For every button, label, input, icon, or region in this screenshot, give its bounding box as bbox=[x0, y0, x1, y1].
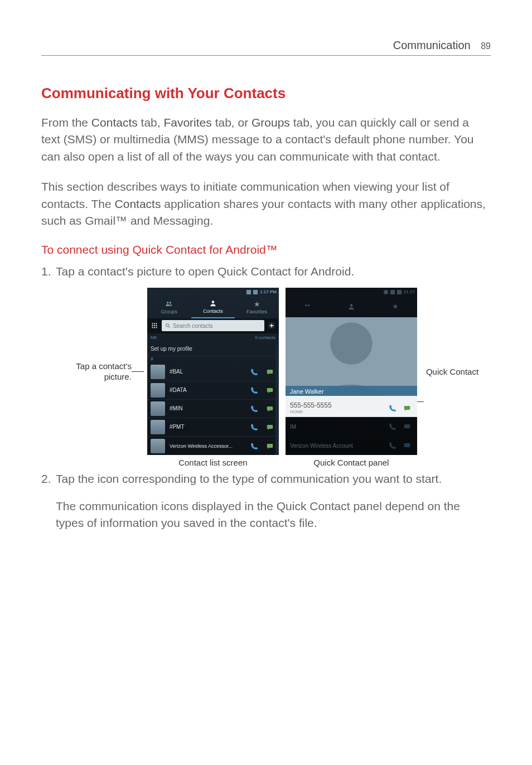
tab-favorites: ★ bbox=[373, 296, 417, 317]
quick-contact-avatar: Jane Walker bbox=[286, 317, 417, 396]
header-section-name: Communication bbox=[393, 39, 471, 51]
svg-rect-16 bbox=[267, 388, 273, 392]
contact-name: Verizon Wireless Accessor... bbox=[170, 443, 244, 449]
phone-icon[interactable] bbox=[249, 422, 260, 433]
sync-icon bbox=[384, 290, 388, 294]
message-icon[interactable] bbox=[264, 403, 275, 414]
svg-point-24 bbox=[330, 322, 373, 365]
signal-icon bbox=[390, 290, 395, 294]
tab-label: Contacts bbox=[203, 308, 223, 314]
phone-icon[interactable] bbox=[249, 403, 260, 414]
callout-right: Quick Contact bbox=[426, 367, 478, 376]
bold-contacts-2: Contacts bbox=[115, 197, 161, 210]
tab-groups bbox=[286, 296, 330, 317]
svg-point-5 bbox=[156, 323, 157, 325]
phone-icon[interactable] bbox=[387, 403, 398, 414]
step-2-note: The communication icons displayed in the… bbox=[41, 498, 491, 532]
contact-avatar[interactable] bbox=[151, 420, 165, 434]
bold-favorites: Favorites bbox=[163, 116, 211, 129]
tab-label: Groups bbox=[161, 309, 177, 314]
bold-groups: Groups bbox=[252, 116, 290, 129]
contact-row[interactable]: #BAL bbox=[147, 362, 279, 381]
tab-favorites[interactable]: ★ Favorites bbox=[235, 297, 279, 318]
person-icon bbox=[347, 303, 355, 311]
callout-left: Tap a contact's picture. bbox=[54, 361, 132, 382]
me-label: ME bbox=[151, 335, 157, 340]
alphabet-scrollbar[interactable] bbox=[275, 343, 279, 455]
section-heading: Communicating with Your Contacts bbox=[41, 85, 491, 102]
message-icon[interactable] bbox=[264, 422, 275, 433]
callout-line-connector bbox=[417, 401, 424, 402]
svg-rect-26 bbox=[404, 406, 410, 410]
message-icon[interactable] bbox=[402, 403, 413, 414]
contact-avatar[interactable] bbox=[151, 439, 165, 453]
svg-point-20 bbox=[305, 304, 307, 307]
star-icon: ★ bbox=[254, 301, 260, 308]
status-time: 1:17 PM bbox=[260, 289, 277, 294]
svg-point-22 bbox=[350, 304, 353, 307]
tabs-bar-dimmed: ★ bbox=[286, 296, 417, 317]
contact-name: #PMT bbox=[170, 424, 244, 430]
message-icon[interactable] bbox=[264, 366, 275, 377]
add-contact-button[interactable] bbox=[267, 321, 277, 331]
contact-row[interactable]: #DATA bbox=[147, 381, 279, 400]
battery-icon bbox=[397, 290, 402, 294]
star-icon: ★ bbox=[392, 303, 399, 310]
status-bar: 21:27 bbox=[286, 288, 417, 296]
message-icon bbox=[402, 440, 413, 451]
signal-icon bbox=[246, 290, 251, 294]
svg-rect-27 bbox=[404, 424, 410, 428]
contact-avatar[interactable] bbox=[151, 365, 165, 379]
phone-icon[interactable] bbox=[249, 366, 260, 377]
text: tab, bbox=[138, 116, 164, 129]
svg-point-8 bbox=[156, 325, 157, 326]
svg-rect-28 bbox=[404, 443, 410, 447]
header-page-number: 89 bbox=[481, 41, 491, 51]
message-icon[interactable] bbox=[264, 385, 275, 396]
search-row: Search contacts bbox=[147, 318, 279, 333]
paragraph-2: This section describes ways to initiate … bbox=[41, 178, 491, 229]
phone-icon[interactable] bbox=[249, 385, 260, 396]
search-input[interactable]: Search contacts bbox=[162, 320, 264, 331]
status-bar: 1:17 PM bbox=[147, 288, 279, 297]
bold-contacts: Contacts bbox=[91, 116, 138, 129]
page-header: Communication 89 bbox=[41, 39, 491, 56]
contact-name: #DATA bbox=[170, 387, 244, 393]
setup-profile-row[interactable]: Set up my profile bbox=[147, 342, 279, 356]
contact-row[interactable]: #PMT bbox=[147, 418, 279, 437]
svg-point-4 bbox=[154, 323, 155, 325]
screenshot-contact-list: 1:17 PM Groups Contacts ★ Favor bbox=[147, 288, 279, 455]
svg-point-2 bbox=[212, 301, 215, 303]
svg-point-7 bbox=[154, 325, 155, 326]
contact-avatar[interactable] bbox=[151, 401, 165, 416]
svg-point-9 bbox=[152, 327, 153, 328]
svg-rect-18 bbox=[267, 425, 273, 429]
person-icon bbox=[209, 299, 217, 307]
svg-point-11 bbox=[156, 327, 157, 328]
step-number: 1. bbox=[41, 263, 56, 280]
svg-point-0 bbox=[167, 302, 169, 304]
svg-rect-17 bbox=[267, 406, 273, 410]
contact-row[interactable]: #MIN bbox=[147, 400, 279, 418]
setup-profile-label: Set up my profile bbox=[151, 346, 192, 352]
tab-contacts[interactable]: Contacts bbox=[191, 297, 235, 318]
tabs-bar: Groups Contacts ★ Favorites bbox=[147, 297, 279, 318]
battery-icon bbox=[253, 290, 258, 294]
quick-contact-row: 555-555-5555 HOME bbox=[286, 396, 417, 417]
message-icon[interactable] bbox=[264, 440, 275, 452]
svg-point-10 bbox=[154, 327, 155, 328]
contact-row[interactable]: Verizon Wireless Accessor... bbox=[147, 437, 279, 455]
phone-icon[interactable] bbox=[249, 440, 260, 452]
phone-number: 555-555-5555 bbox=[290, 401, 332, 409]
search-icon bbox=[165, 323, 171, 328]
svg-point-1 bbox=[170, 302, 172, 304]
tab-groups[interactable]: Groups bbox=[147, 297, 191, 318]
dialpad-icon[interactable] bbox=[149, 321, 159, 331]
subsection-heading: To connect using Quick Contact for Andro… bbox=[41, 243, 491, 256]
contact-count: 0 contacts bbox=[255, 335, 275, 340]
dimmed-row: Verizon Wireless Account bbox=[286, 436, 417, 455]
row-label: Verizon Wireless Account bbox=[290, 443, 384, 449]
phone-icon bbox=[387, 421, 398, 432]
contact-avatar[interactable] bbox=[151, 383, 165, 398]
contact-name: #MIN bbox=[170, 405, 244, 411]
